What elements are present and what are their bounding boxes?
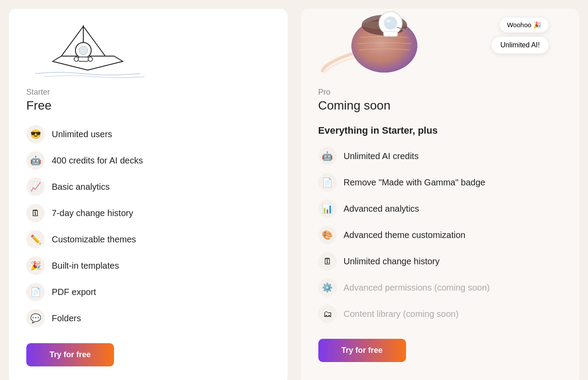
ai-credits-icon: 🤖: [26, 151, 45, 170]
feature-ai-credits: 🤖 400 credits for AI decks: [26, 151, 270, 170]
svg-rect-11: [383, 31, 397, 36]
pro-feature-theme: 🎨 Advanced theme customization: [318, 226, 562, 244]
svg-point-9: [384, 17, 397, 30]
pro-illustration: Woohoo 🎉 Unlimited AI!: [318, 9, 562, 79]
change-history-icon: 🗓: [26, 204, 45, 222]
pdf-export-icon: 📄: [26, 283, 45, 301]
pro-unlimited-ai-icon: 🤖: [318, 147, 337, 165]
ai-credits-text: 400 credits for AI decks: [52, 156, 143, 166]
svg-point-4: [88, 57, 93, 61]
pro-feature-library: 🗂 Content library (coming soon): [318, 305, 562, 323]
feature-themes: ✏️ Customizable themes: [26, 230, 270, 249]
pro-library-text: Content library (coming soon): [344, 309, 459, 319]
feature-templates: 🎉 Built-in templates: [26, 256, 270, 275]
change-history-text: 7-day change history: [52, 208, 133, 218]
feature-change-history: 🗓 7-day change history: [26, 204, 270, 222]
feature-unlimited-users: 😎 Unlimited users: [26, 125, 270, 143]
pro-feature-unlimited-ai: 🤖 Unlimited AI credits: [318, 147, 562, 165]
unlimited-users-icon: 😎: [26, 125, 45, 143]
starter-feature-list: 😎 Unlimited users 🤖 400 credits for AI d…: [26, 125, 270, 327]
pro-badge-text: Remove "Made with Gamma" badge: [344, 178, 485, 188]
pro-permissions-icon: ⚙️: [318, 278, 337, 297]
svg-point-12: [403, 28, 405, 31]
folders-text: Folders: [52, 313, 81, 323]
pro-unlimited-ai-text: Unlimited AI credits: [344, 151, 419, 161]
feature-folders: 💬 Folders: [26, 309, 270, 327]
unlimited-users-text: Unlimited users: [52, 129, 112, 139]
basic-analytics-text: Basic analytics: [52, 182, 110, 192]
pro-card: Woohoo 🎉 Unlimited AI! Pro Coming soon E…: [301, 9, 580, 380]
pricing-page: Starter Free 😎 Unlimited users 🤖 400 cre…: [0, 0, 588, 380]
pro-feature-list: 🤖 Unlimited AI credits 📄 Remove "Made wi…: [318, 147, 562, 323]
pro-analytics-icon: 📊: [318, 199, 337, 218]
templates-icon: 🎉: [26, 256, 45, 275]
svg-point-3: [74, 57, 78, 61]
starter-price: Free: [26, 99, 270, 113]
pro-label: Pro: [318, 88, 562, 97]
pro-feature-analytics: 📊 Advanced analytics: [318, 199, 562, 218]
feature-pdf-export: 📄 PDF export: [26, 283, 270, 301]
pro-badges: Woohoo 🎉 Unlimited AI!: [492, 18, 549, 53]
basic-analytics-icon: 📈: [26, 178, 45, 196]
pro-badge-icon: 📄: [318, 173, 337, 192]
starter-illustration: [26, 9, 270, 79]
starter-label: Starter: [26, 88, 270, 97]
pro-analytics-text: Advanced analytics: [344, 204, 419, 214]
pro-library-icon: 🗂: [318, 305, 337, 323]
themes-text: Customizable themes: [52, 234, 136, 245]
pro-cta-button[interactable]: Try for free: [318, 339, 406, 362]
svg-point-10: [386, 19, 391, 23]
themes-icon: ✏️: [26, 230, 45, 249]
pro-feature-badge: 📄 Remove "Made with Gamma" badge: [318, 173, 562, 192]
everything-plus-text: Everything in Starter, plus: [318, 125, 562, 136]
pro-feature-permissions: ⚙️ Advanced permissions (coming soon): [318, 278, 562, 297]
pro-history-icon: 🗓: [318, 252, 337, 270]
unlimited-ai-badge: Unlimited AI!: [492, 37, 549, 53]
pro-permissions-text: Advanced permissions (coming soon): [344, 283, 490, 293]
templates-text: Built-in templates: [52, 261, 119, 271]
starter-card: Starter Free 😎 Unlimited users 🤖 400 cre…: [9, 9, 288, 380]
starter-cta-button[interactable]: Try for free: [26, 343, 114, 366]
svg-point-1: [79, 46, 88, 55]
svg-rect-2: [78, 57, 89, 61]
woohoo-badge: Woohoo 🎉: [500, 18, 549, 32]
pro-history-text: Unlimited change history: [344, 256, 440, 266]
folders-icon: 💬: [26, 309, 45, 327]
feature-basic-analytics: 📈 Basic analytics: [26, 178, 270, 196]
pro-theme-icon: 🎨: [318, 226, 337, 244]
pro-theme-text: Advanced theme customization: [344, 230, 466, 240]
pro-price: Coming soon: [318, 99, 562, 113]
pdf-export-text: PDF export: [52, 287, 96, 297]
pro-feature-history: 🗓 Unlimited change history: [318, 252, 562, 270]
